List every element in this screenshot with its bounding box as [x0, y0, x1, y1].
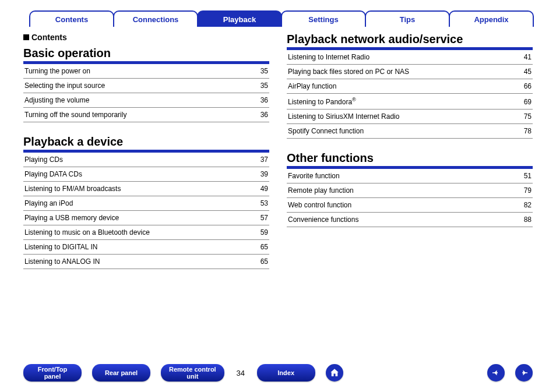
footer-nav: Front/Top panel Rear panel Remote contro… [0, 364, 556, 382]
toc-row[interactable]: Spotify Connect function78 [287, 124, 533, 139]
toc-label: Listening to FM/AM broadcasts [24, 185, 256, 193]
toc-row[interactable]: Listening to SiriusXM Internet Radio75 [287, 110, 533, 124]
toc-label: Adjusting the volume [24, 96, 256, 104]
toc-page: 49 [256, 185, 268, 193]
toc-page: 36 [256, 111, 268, 119]
toc-row[interactable]: Convenience functions88 [287, 213, 533, 227]
toc-row[interactable]: Favorite function51 [287, 169, 533, 183]
toc-label: Listening to ANALOG IN [24, 257, 256, 266]
toc-label: AirPlay function [288, 82, 519, 90]
toc-page: 79 [519, 186, 532, 195]
contents-header-text: Contents [31, 33, 67, 42]
toc-label: Spotify Connect function [288, 127, 519, 135]
toc-page: 66 [519, 82, 532, 90]
toc-label: Convenience functions [288, 216, 519, 224]
next-page-icon[interactable] [515, 364, 533, 382]
section-playback-device-title: Playback a device [23, 135, 269, 153]
toc-page: 78 [519, 127, 532, 135]
toc-page: 82 [519, 201, 532, 209]
tab-tips[interactable]: Tips [365, 10, 450, 27]
tab-playback[interactable]: Playback [197, 10, 282, 27]
toc-page: 59 [256, 228, 268, 236]
section-playback-device-list: Playing CDs37Playing DATA CDs39Listening… [23, 153, 269, 269]
toc-label: Favorite function [288, 172, 519, 180]
tab-connections[interactable]: Connections [113, 10, 198, 27]
toc-row[interactable]: Playing DATA CDs39 [23, 167, 269, 182]
toc-row[interactable]: Listening to Pandora®69 [287, 94, 533, 110]
toc-page: 69 [519, 98, 532, 106]
remote-control-button[interactable]: Remote control unit [161, 364, 224, 382]
toc-row[interactable]: Remote play function79 [287, 183, 533, 198]
tab-contents[interactable]: Contents [29, 10, 114, 27]
toc-row[interactable]: Listening to FM/AM broadcasts49 [23, 182, 269, 196]
toc-label: Listening to DIGITAL IN [24, 243, 256, 251]
toc-row[interactable]: AirPlay function66 [287, 79, 533, 94]
toc-page: 35 [256, 67, 268, 75]
toc-row[interactable]: Turning off the sound temporarily36 [23, 108, 269, 122]
section-basic-operation-list: Turning the power on35Selecting the inpu… [23, 64, 269, 122]
toc-label: Listening to Internet Radio [288, 53, 519, 61]
page-number: 34 [235, 369, 247, 377]
home-icon[interactable] [326, 364, 343, 382]
toc-page: 35 [256, 82, 268, 90]
section-basic-operation-title: Basic operation [23, 47, 269, 64]
toc-row[interactable]: Playing an iPod53 [23, 196, 269, 211]
toc-label: Listening to music on a Bluetooth device [24, 228, 256, 236]
toc-label: Turning off the sound temporarily [24, 111, 256, 119]
toc-label: Selecting the input source [24, 82, 256, 90]
toc-row[interactable]: Adjusting the volume36 [23, 93, 269, 108]
toc-row[interactable]: Playing CDs37 [23, 153, 269, 167]
toc-page: 65 [256, 243, 268, 251]
toc-label: Remote play function [288, 186, 519, 195]
toc-label: Playing an iPod [24, 199, 256, 207]
toc-page: 57 [256, 214, 268, 222]
toc-page: 53 [256, 199, 268, 207]
index-button[interactable]: Index [257, 364, 315, 382]
svg-rect-0 [492, 372, 498, 373]
toc-page: 37 [256, 156, 268, 164]
registered-mark-icon: ® [352, 97, 356, 103]
toc-row[interactable]: Web control function82 [287, 198, 533, 213]
toc-label: Playing a USB memory device [24, 214, 256, 222]
front-top-panel-button[interactable]: Front/Top panel [23, 364, 82, 382]
toc-page: 39 [256, 170, 268, 178]
toc-label: Web control function [288, 201, 519, 209]
prev-page-icon[interactable] [487, 364, 505, 382]
top-tabs: ContentsConnectionsPlaybackSettingsTipsA… [23, 10, 533, 27]
contents-header: Contents [23, 33, 269, 42]
section-other-functions-title: Other functions [287, 151, 533, 169]
svg-rect-1 [522, 372, 527, 373]
rear-panel-button[interactable]: Rear panel [92, 364, 150, 382]
right-column: Playback network audio/service Listening… [287, 33, 533, 269]
section-network-audio-title: Playback network audio/service [287, 33, 533, 50]
toc-label: Playing DATA CDs [24, 170, 256, 178]
toc-row[interactable]: Turning the power on35 [23, 64, 269, 79]
tab-settings[interactable]: Settings [281, 10, 366, 27]
toc-page: 45 [519, 68, 532, 76]
toc-page: 75 [519, 112, 532, 121]
toc-row[interactable]: Listening to DIGITAL IN65 [23, 240, 269, 255]
toc-row[interactable]: Listening to Internet Radio41 [287, 50, 533, 65]
toc-row[interactable]: Listening to ANALOG IN65 [23, 255, 269, 269]
toc-page: 88 [519, 216, 532, 224]
toc-page: 36 [256, 96, 268, 104]
toc-row[interactable]: Playing back files stored on PC or NAS45 [287, 65, 533, 79]
toc-page: 51 [519, 172, 532, 180]
left-column: Contents Basic operation Turning the pow… [23, 33, 269, 269]
toc-row[interactable]: Playing a USB memory device57 [23, 211, 269, 225]
toc-label: Listening to Pandora® [288, 97, 519, 106]
section-other-functions-list: Favorite function51Remote play function7… [287, 169, 533, 227]
toc-row[interactable]: Listening to music on a Bluetooth device… [23, 225, 269, 240]
toc-page: 41 [519, 53, 532, 61]
toc-page: 65 [256, 257, 268, 266]
toc-label: Listening to SiriusXM Internet Radio [288, 112, 519, 121]
tab-appendix[interactable]: Appendix [449, 10, 534, 27]
toc-row[interactable]: Selecting the input source35 [23, 79, 269, 93]
section-network-audio-list: Listening to Internet Radio41Playing bac… [287, 50, 533, 139]
content-area: Contents Basic operation Turning the pow… [23, 33, 533, 269]
toc-label: Turning the power on [24, 67, 256, 75]
toc-label: Playing back files stored on PC or NAS [288, 68, 519, 76]
square-bullet-icon [23, 34, 29, 40]
toc-label: Playing CDs [24, 156, 256, 164]
